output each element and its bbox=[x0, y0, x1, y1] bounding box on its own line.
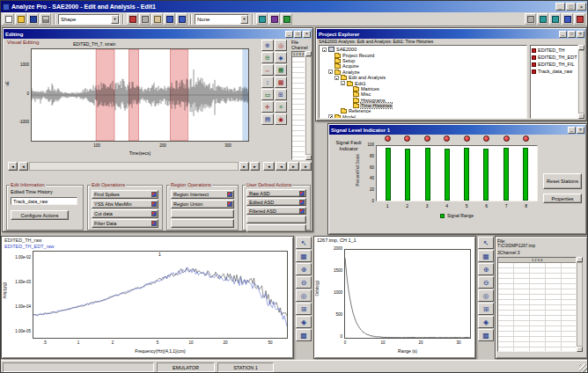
select-region-tool-button[interactable]: ◈ bbox=[275, 52, 287, 63]
main-titlebar[interactable]: Analyze Pro - SAE2000 - Edit and Analysi… bbox=[1, 1, 587, 12]
signal-close-button[interactable]: × bbox=[577, 127, 584, 134]
scroll-down-button[interactable] bbox=[577, 347, 583, 352]
file-grid-body[interactable] bbox=[498, 263, 576, 351]
target-tool-button[interactable]: ◉ bbox=[275, 113, 287, 125]
properties-button[interactable]: Properties bbox=[543, 194, 582, 203]
collapse-icon[interactable] bbox=[328, 69, 333, 74]
list-item-edited-th[interactable]: EDITED_TH bbox=[532, 47, 577, 54]
layout-tool-button[interactable]: ▩ bbox=[478, 329, 494, 341]
waveform-scrollbar[interactable]: ◄ ◄ ► ► bbox=[8, 162, 260, 171]
scrollbar-track[interactable] bbox=[578, 50, 584, 113]
find-spikes-button[interactable]: Find Spikes bbox=[92, 190, 158, 199]
cut-button[interactable] bbox=[127, 13, 138, 25]
channel-grid[interactable]: 1 2 3 4 5 bbox=[291, 51, 305, 160]
zoom-out-tool-button[interactable]: ⊖ bbox=[261, 52, 274, 63]
scroll-left-button[interactable]: ◄ bbox=[18, 162, 28, 171]
hatch-tool-button[interactable]: ▩ bbox=[275, 77, 287, 88]
overlay-button[interactable] bbox=[268, 13, 280, 25]
list-tool-button[interactable]: ≡ bbox=[275, 101, 287, 113]
pan-horizontal-tool-button[interactable]: ↔ bbox=[261, 64, 274, 76]
crosshair-button[interactable] bbox=[281, 13, 292, 25]
none-combo[interactable]: None ▼ bbox=[195, 14, 249, 25]
tile-vertical-button[interactable] bbox=[549, 13, 561, 25]
expand-icon[interactable] bbox=[328, 114, 333, 119]
file-grid-scrollbar[interactable] bbox=[577, 257, 583, 352]
region-intersect-button[interactable]: Region Intersect bbox=[171, 190, 234, 199]
step-forward-button[interactable]: ► bbox=[300, 162, 312, 171]
scroll-down-button[interactable] bbox=[305, 155, 312, 160]
step-forward-small-button[interactable]: ► bbox=[288, 162, 299, 171]
select-region-tool-button[interactable]: ◈ bbox=[478, 316, 494, 328]
cascade-windows-button[interactable] bbox=[525, 13, 536, 25]
maximize-button[interactable]: □ bbox=[566, 3, 576, 11]
zoom-in-tool-button[interactable]: ⊕ bbox=[478, 263, 494, 275]
add-window-tool-button[interactable]: ⊞ bbox=[296, 303, 312, 315]
channel-grid-body[interactable] bbox=[292, 57, 305, 159]
shape-combo-dropdown-icon[interactable]: ▼ bbox=[111, 15, 119, 24]
new-file-button[interactable] bbox=[3, 13, 14, 25]
minimize-button[interactable]: _ bbox=[555, 3, 565, 11]
tree-item-model[interactable]: Model bbox=[320, 114, 526, 119]
tile-horizontal-button[interactable] bbox=[537, 13, 548, 25]
pointer-tool-button[interactable]: ↖ bbox=[296, 237, 312, 249]
editing-close-button[interactable]: × bbox=[303, 31, 311, 38]
editing-minimize-button[interactable]: _ bbox=[285, 31, 293, 38]
region-union-button[interactable]: Region Union bbox=[171, 200, 234, 208]
yss-abs-maxmin-button[interactable]: YSS Abs MaxMin bbox=[92, 200, 158, 208]
none-combo-dropdown-icon[interactable]: ▼ bbox=[240, 15, 248, 24]
list-item-edited-th-fil[interactable]: EDITED_TH_FIL bbox=[532, 61, 577, 68]
copy-button[interactable] bbox=[139, 13, 151, 25]
zoom-in-tool-button[interactable]: ⊕ bbox=[261, 40, 274, 51]
redo-button[interactable] bbox=[176, 13, 187, 25]
scrollbar-track[interactable] bbox=[577, 262, 583, 347]
filter-data-button[interactable]: Filter Data bbox=[92, 219, 158, 228]
step-back-small-button[interactable]: ◄ bbox=[276, 162, 287, 171]
undo-button[interactable] bbox=[164, 13, 175, 25]
zoom-window-tool-button[interactable]: ◎ bbox=[478, 289, 494, 302]
project-explorer-minimize-button[interactable]: _ bbox=[559, 31, 567, 38]
zoom-out-tool-button[interactable]: ⊖ bbox=[478, 276, 494, 289]
collapse-icon[interactable] bbox=[322, 48, 327, 52]
pointer-tool-button[interactable]: ↖ bbox=[478, 237, 494, 249]
zoom-out-tool-button[interactable]: ⊖ bbox=[296, 276, 312, 289]
editing-titlebar[interactable]: Editing _ □ × bbox=[4, 29, 312, 39]
grid-tool-button[interactable]: ▦ bbox=[478, 250, 494, 262]
collapse-icon[interactable] bbox=[334, 76, 339, 80]
zoom-window-tool-button[interactable]: ◎ bbox=[296, 289, 312, 302]
zoom-region-tool-button[interactable]: ◎ bbox=[275, 40, 287, 51]
step-back-button[interactable]: ◄ bbox=[263, 162, 275, 171]
grid-view-button[interactable] bbox=[256, 13, 268, 25]
waveform-plot[interactable] bbox=[31, 48, 249, 142]
edited-asd-button[interactable]: Edited ASD bbox=[246, 198, 306, 206]
project-explorer-titlebar[interactable]: Project Explorer _ □ × bbox=[317, 29, 585, 39]
time-history-list[interactable]: EDITED_TH EDITED_TH_EDT EDITED_TH_FIL Tr… bbox=[530, 45, 578, 119]
shape-combo[interactable]: Shape ▼ bbox=[58, 14, 120, 25]
select-region-tool-button[interactable]: ◈ bbox=[296, 316, 312, 328]
scroll-down-button[interactable] bbox=[578, 113, 584, 119]
crosshair-tool-button[interactable]: ✛ bbox=[261, 101, 274, 113]
reset-stations-button[interactable]: Reset Stations bbox=[543, 173, 582, 189]
add-window-tool-button[interactable]: ⊞ bbox=[478, 303, 494, 315]
help-button[interactable] bbox=[562, 13, 573, 25]
grid-tool-button[interactable]: ▦ bbox=[275, 64, 287, 76]
scroll-far-right-button[interactable]: ► bbox=[250, 162, 260, 171]
project-explorer-close-button[interactable]: × bbox=[577, 31, 584, 38]
pan-vertical-tool-button[interactable]: ↕ bbox=[261, 77, 274, 88]
project-explorer-maximize-button[interactable]: □ bbox=[568, 31, 576, 38]
resize-grip[interactable] bbox=[579, 364, 588, 373]
pin-button[interactable] bbox=[574, 13, 585, 25]
list-item-edited-th-edt[interactable]: EDITED_TH_EDT bbox=[532, 54, 577, 61]
configure-actions-button[interactable]: Configure Actions bbox=[11, 210, 69, 220]
scrollbar-track[interactable] bbox=[305, 56, 312, 155]
print-button[interactable] bbox=[40, 13, 51, 25]
window-tool-button[interactable]: ▭ bbox=[261, 89, 274, 100]
signal-minimize-button[interactable]: _ bbox=[568, 127, 576, 134]
collapse-icon[interactable] bbox=[341, 81, 345, 85]
scroll-far-left-button[interactable]: ◄ bbox=[8, 162, 18, 171]
grid-tool-button[interactable]: ▦ bbox=[296, 250, 312, 262]
zoom-in-tool-button[interactable]: ⊕ bbox=[296, 263, 312, 275]
open-file-button[interactable] bbox=[15, 13, 26, 25]
editing-maximize-button[interactable]: □ bbox=[294, 31, 302, 38]
scroll-right-button[interactable]: ► bbox=[239, 162, 249, 171]
add-region-tool-button[interactable]: ⊞ bbox=[275, 89, 287, 100]
